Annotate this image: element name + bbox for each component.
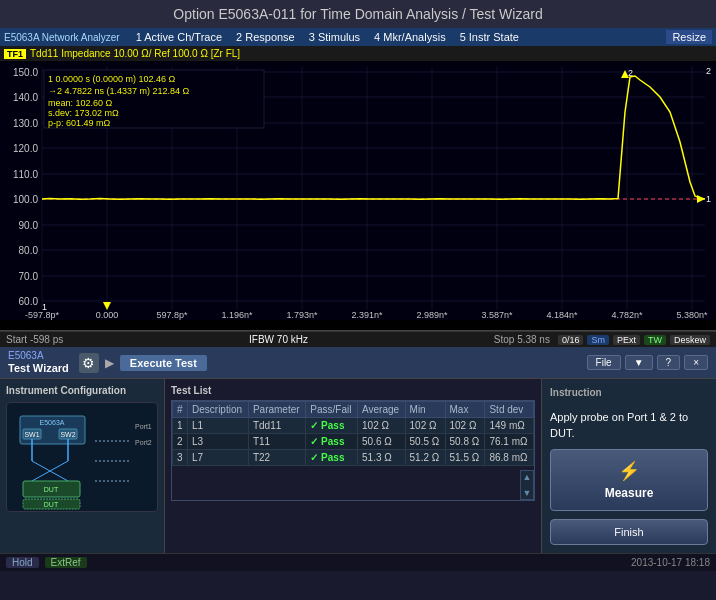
table-scrollbar[interactable]: ▲ ▼ bbox=[520, 470, 534, 500]
svg-text:Port2: Port2 bbox=[135, 439, 152, 446]
svg-text:p-p:   601.49 mΩ: p-p: 601.49 mΩ bbox=[48, 118, 111, 128]
tw-badge: TW bbox=[644, 335, 666, 345]
cell-min: 50.5 Ω bbox=[405, 434, 445, 450]
stop-label: Stop 5.38 ns bbox=[494, 334, 550, 345]
cell-min: 51.2 Ω bbox=[405, 450, 445, 466]
cell-std: 76.1 mΩ bbox=[485, 434, 534, 450]
table-row: 3 L7 T22 ✓ Pass 51.3 Ω 51.2 Ω 51.5 Ω 86.… bbox=[173, 450, 534, 466]
svg-text:60.0: 60.0 bbox=[19, 296, 39, 307]
col-num: # bbox=[173, 402, 188, 418]
cell-std: 149 mΩ bbox=[485, 418, 534, 434]
menu-bar: E5063A Network Analyzer 1 Active Ch/Trac… bbox=[0, 28, 716, 46]
svg-text:597.8p*: 597.8p* bbox=[156, 310, 188, 320]
table-row: 1 L1 Tdd11 ✓ Pass 102 Ω 102 Ω 102 Ω 149 … bbox=[173, 418, 534, 434]
col-std: Std dev bbox=[485, 402, 534, 418]
svg-text:1: 1 bbox=[706, 194, 711, 204]
col-avg: Average bbox=[358, 402, 406, 418]
bottom-status-bar: Hold ExtRef 2013-10-17 18:18 bbox=[0, 553, 716, 571]
svg-text:SW1: SW1 bbox=[24, 431, 39, 438]
scroll-controls: ▲ ▼ bbox=[172, 470, 534, 500]
help-button[interactable]: ? bbox=[657, 355, 681, 370]
cell-max: 50.8 Ω bbox=[445, 434, 485, 450]
svg-text:0.000: 0.000 bbox=[96, 310, 119, 320]
wizard-app-name: E5063A bbox=[8, 350, 69, 362]
chart-header: TF1 Tdd11 Impedance 10.00 Ω/ Ref 100.0 Ω… bbox=[0, 46, 716, 61]
chart-title: Tdd11 Impedance 10.00 Ω/ Ref 100.0 Ω [Zr… bbox=[30, 48, 240, 59]
chart-svg: 150.0 140.0 130.0 120.0 110.0 100.0 90.0… bbox=[0, 61, 716, 321]
test-table: # Description Parameter Pass/Fail Averag… bbox=[172, 401, 534, 466]
wizard-icon: ⚙ bbox=[79, 353, 99, 373]
svg-text:→2  4.7822 ns (1.4337 m)  212.: →2 4.7822 ns (1.4337 m) 212.84 Ω bbox=[48, 86, 190, 96]
svg-text:140.0: 140.0 bbox=[13, 92, 38, 103]
menu-mkr-analysis[interactable]: 4 Mkr/Analysis bbox=[368, 30, 452, 44]
extref-badge: ExtRef bbox=[45, 557, 87, 568]
chart-status-bar: Start -598 ps IFBW 70 kHz Stop 5.38 ns 0… bbox=[0, 331, 716, 347]
menu-response[interactable]: 2 Response bbox=[230, 30, 301, 44]
col-param: Parameter bbox=[248, 402, 305, 418]
col-max: Max bbox=[445, 402, 485, 418]
deskew-badge: Deskew bbox=[670, 335, 710, 345]
cell-avg: 102 Ω bbox=[358, 418, 406, 434]
scroll-up-arrow[interactable]: ▲ bbox=[521, 471, 533, 483]
title-bar: Option E5063A-011 for Time Domain Analys… bbox=[0, 0, 716, 28]
test-list-title: Test List bbox=[171, 385, 535, 396]
start-label: Start -598 ps bbox=[6, 334, 63, 345]
instruction-label: Instruction bbox=[550, 387, 708, 398]
instrument-panel: Instrument Configuration E5063A SW1 SW2 bbox=[0, 379, 165, 553]
svg-text:80.0: 80.0 bbox=[19, 245, 39, 256]
close-button[interactable]: × bbox=[684, 355, 708, 370]
svg-text:s.dev: 173.02 mΩ: s.dev: 173.02 mΩ bbox=[48, 108, 119, 118]
svg-text:5.380n*: 5.380n* bbox=[676, 310, 708, 320]
cell-desc: L3 bbox=[188, 434, 249, 450]
cell-min: 102 Ω bbox=[405, 418, 445, 434]
menu-instr-state[interactable]: 5 Instr State bbox=[454, 30, 525, 44]
measure-button[interactable]: ⚡ Measure bbox=[550, 449, 708, 511]
svg-text:mean:  102.60 Ω: mean: 102.60 Ω bbox=[48, 98, 113, 108]
menu-stimulus[interactable]: 3 Stimulus bbox=[303, 30, 366, 44]
test-list-panel: Test List # Description Parameter Pass/F… bbox=[165, 379, 541, 553]
svg-text:4.782n*: 4.782n* bbox=[611, 310, 643, 320]
wizard-app-info: E5063A Test Wizard bbox=[8, 350, 69, 375]
svg-text:Port1: Port1 bbox=[135, 423, 152, 430]
wizard-header: E5063A Test Wizard ⚙ ▶ Execute Test File… bbox=[0, 347, 716, 379]
datetime-label: 2013-10-17 18:18 bbox=[631, 557, 710, 568]
svg-text:-597.8p*: -597.8p* bbox=[25, 310, 60, 320]
scroll-down-arrow[interactable]: ▼ bbox=[521, 487, 533, 499]
svg-text:1   0.0000 s (0.0000 m)    102: 1 0.0000 s (0.0000 m) 102.46 Ω bbox=[48, 74, 176, 84]
chart-container: TF1 Tdd11 Impedance 10.00 Ω/ Ref 100.0 Ω… bbox=[0, 46, 716, 331]
svg-text:150.0: 150.0 bbox=[13, 67, 38, 78]
svg-text:2.989n*: 2.989n* bbox=[416, 310, 448, 320]
status-badges: 0/16 Sm PExt TW Deskew bbox=[558, 335, 710, 345]
svg-text:90.0: 90.0 bbox=[19, 220, 39, 231]
cell-param: Tdd11 bbox=[248, 418, 305, 434]
col-pass: Pass/Fail bbox=[306, 402, 358, 418]
sm-badge: Sm bbox=[587, 335, 609, 345]
menu-active-ch[interactable]: 1 Active Ch/Trace bbox=[130, 30, 228, 44]
execute-label: Execute Test bbox=[120, 355, 207, 371]
arrow-icon: ▶ bbox=[105, 356, 114, 370]
cell-max: 102 Ω bbox=[445, 418, 485, 434]
svg-text:4.184n*: 4.184n* bbox=[546, 310, 578, 320]
wizard-actions: File ▼ ? × bbox=[587, 355, 708, 370]
down-arrow-button[interactable]: ▼ bbox=[625, 355, 653, 370]
ifbw-label: IFBW 70 kHz bbox=[71, 334, 486, 345]
svg-text:1.793n*: 1.793n* bbox=[286, 310, 318, 320]
pext-badge: PExt bbox=[613, 335, 640, 345]
page-title: Option E5063A-011 for Time Domain Analys… bbox=[173, 6, 542, 22]
svg-text:SW2: SW2 bbox=[60, 431, 75, 438]
resize-button[interactable]: Resize bbox=[666, 30, 712, 44]
instrument-diagram: E5063A SW1 SW2 DUT bbox=[6, 402, 158, 512]
cell-num: 1 bbox=[173, 418, 188, 434]
cell-desc: L1 bbox=[188, 418, 249, 434]
file-button[interactable]: File bbox=[587, 355, 621, 370]
wizard-title-label: Test Wizard bbox=[8, 362, 69, 375]
cell-max: 51.5 Ω bbox=[445, 450, 485, 466]
cell-pass: ✓ Pass bbox=[306, 450, 358, 466]
svg-text:1.196n*: 1.196n* bbox=[221, 310, 253, 320]
svg-text:110.0: 110.0 bbox=[13, 169, 38, 180]
cell-desc: L7 bbox=[188, 450, 249, 466]
cell-num: 2 bbox=[173, 434, 188, 450]
finish-button[interactable]: Finish bbox=[550, 519, 708, 545]
cell-avg: 51.3 Ω bbox=[358, 450, 406, 466]
instrument-config-title: Instrument Configuration bbox=[6, 385, 158, 396]
